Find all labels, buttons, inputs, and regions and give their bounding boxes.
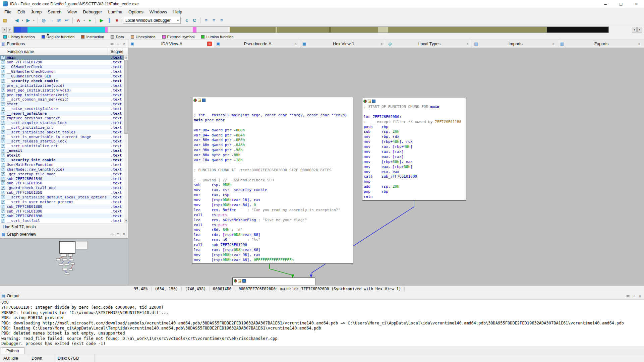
graph-node-join-node[interactable]	[232, 278, 315, 285]
function-row[interactable]: ƒ_onexit.text	[0, 148, 124, 153]
code-line[interactable]: var_A8= qword ptr -0A8h	[194, 143, 351, 148]
dropdown-caret-icon[interactable]: ▾	[82, 19, 86, 22]
function-row[interactable]: ƒpre_cpp_initialization(void).text	[0, 93, 124, 97]
tab-imports[interactable]: ▥Imports×	[472, 40, 558, 48]
node-edit-icon[interactable]	[368, 100, 371, 103]
tab-close-icon[interactable]: ×	[465, 42, 470, 46]
navigation-band[interactable]	[13, 26, 609, 33]
function-row[interactable]: ƒpre_c_initialization(void).text	[0, 83, 124, 88]
function-row[interactable]: ƒ__scrt_initialize_crt.text	[0, 125, 124, 130]
code-line[interactable]: var_B8= dword ptr -0B8h	[194, 128, 351, 133]
function-row[interactable]: ƒsub_7FF7C6E01290.text	[0, 60, 124, 65]
maximize-button[interactable]: □	[613, 0, 629, 8]
code-line[interactable]: var_98= qword ptr -98h	[194, 148, 351, 153]
function-row[interactable]: ƒsub_7FF7C6E01B50.text	[0, 181, 124, 186]
code-line[interactable]: sub rsp, 0D8h	[194, 183, 351, 188]
tab-close-icon[interactable]: ×	[551, 42, 556, 46]
function-row[interactable]: ƒpost_pgo_initialization(void).text	[0, 88, 124, 93]
open-file-icon[interactable]: ▤	[1, 17, 9, 24]
code-line[interactable]: lea rcx, Buffer ; "Can you read my assem…	[194, 208, 351, 213]
menu-item-help[interactable]: Help	[170, 9, 185, 15]
node-edit-icon[interactable]	[238, 279, 241, 283]
graph-node-main-entry[interactable]: ; int __fastcall main(int argc, const ch…	[192, 97, 353, 264]
navigate-forward-icon[interactable]: ▶	[24, 17, 32, 24]
code-line[interactable]: sub rsp, 20h	[364, 129, 464, 134]
node-group-icon[interactable]	[242, 279, 246, 283]
code-line[interactable]: mov eax, [rax]	[364, 155, 464, 160]
function-row[interactable]: ƒatexit.text	[0, 153, 124, 158]
tab-local-types[interactable]: ◎Local Types×	[386, 40, 472, 48]
lumina-icon[interactable]: ●	[86, 17, 94, 24]
graph-overview-minimap[interactable]	[0, 239, 128, 285]
menu-item-jump[interactable]: Jump	[28, 9, 45, 15]
menu-item-view[interactable]: View	[64, 9, 80, 15]
function-row[interactable]: ƒsub_7FF7C6E01B40.text	[0, 176, 124, 181]
menu-item-windows[interactable]: Windows	[147, 9, 170, 15]
tab-close-icon[interactable]: ×	[637, 42, 642, 46]
function-row[interactable]: ƒ__security_check_cookie.text	[0, 78, 124, 83]
code-line[interactable]: call sub_7FF7C6E01290	[194, 243, 351, 248]
code-line[interactable]: mov rax, [rax]	[364, 149, 464, 155]
node-color-icon[interactable]	[193, 99, 197, 102]
navband-scroll-right-icon[interactable]: ▸	[8, 27, 12, 33]
code-line[interactable]: nop	[364, 179, 464, 184]
panel-close-icon[interactable]: ×	[121, 41, 127, 47]
code-line[interactable]: xor rax, rsp	[194, 193, 351, 198]
node-group-icon[interactable]	[372, 100, 375, 103]
code-line[interactable]: ; int __fastcall main(int argc, const ch…	[194, 113, 351, 118]
minimize-button[interactable]: –	[598, 0, 613, 8]
jump-to-address-icon[interactable]: →	[48, 17, 55, 24]
menu-item-lumina[interactable]: Lumina	[105, 9, 125, 15]
code-line[interactable]: call sub_7FF7C6E01000	[364, 174, 464, 179]
panel-close-icon[interactable]: ×	[121, 232, 127, 237]
function-row[interactable]: ƒ__GSHandlerCheckCommon.text	[0, 69, 124, 74]
menu-item-edit[interactable]: Edit	[14, 9, 28, 15]
panel-close-icon[interactable]: ×	[637, 293, 643, 299]
panel-float-icon[interactable]: □	[115, 232, 121, 237]
window-list-icon[interactable]: ≡	[202, 17, 210, 24]
code-line[interactable]: lea rdx, [rsp+0D8h+var_88]	[194, 233, 351, 238]
function-row[interactable]: ƒ__scrt_initialize_default_local_stdio_o…	[0, 195, 124, 200]
code-line[interactable]: mov ecx, eax	[364, 170, 464, 175]
code-line[interactable]: call cs:puts	[194, 213, 351, 218]
function-row[interactable]: ƒ__GSHandlerCheck.text	[0, 65, 124, 69]
navband-scroll-left-icon[interactable]: ◂	[2, 27, 7, 33]
pause-process-icon[interactable]: ∥	[106, 17, 113, 24]
function-row[interactable]: ƒsub_7FF7C6E01B80.text	[0, 204, 124, 209]
navband-zoom-out-icon[interactable]: ◂	[632, 27, 637, 33]
tab-close-icon[interactable]: ×	[207, 42, 212, 46]
function-row[interactable]: ƒmain.text	[0, 55, 124, 60]
code-line[interactable]: mov [rsp+0D8h+var_18], rax	[194, 198, 351, 203]
close-button[interactable]: ×	[629, 0, 644, 8]
jump-xref-icon[interactable]: ⇄	[55, 17, 63, 24]
function-row[interactable]: ƒsub_7FF7C6E01B58.text	[0, 190, 124, 195]
tab-pseudocode-a[interactable]: ▣Pseudocode-A×	[214, 40, 300, 48]
function-row[interactable]: ƒ__scrt_acquire_startup_lock.text	[0, 120, 124, 125]
code-line[interactable]: mov [rsp+0D8h+var_B4], 0	[194, 203, 351, 208]
code-line[interactable]: call cs:puts	[194, 223, 351, 228]
function-row[interactable]: ƒ_get_startup_file_mode.text	[0, 172, 124, 176]
scroll-up-icon[interactable]: ▲	[124, 55, 128, 60]
code-line[interactable]: mov rax, cs:__security_cookie	[194, 188, 351, 193]
panel-minimize-icon[interactable]: ▭	[109, 232, 115, 237]
tab-close-icon[interactable]: ×	[293, 42, 298, 46]
function-row[interactable]: ƒ__security_init_cookie.text	[0, 158, 124, 163]
code-line[interactable]	[194, 173, 351, 178]
code-line[interactable]	[194, 163, 351, 168]
function-row[interactable]: ƒ__GSHandlerCheck_SEH.text	[0, 74, 124, 79]
function-row[interactable]: ƒ__scrt_common_main_seh(void).text	[0, 97, 124, 102]
tab-ida-view-a[interactable]: ▣IDA View-A×	[128, 40, 214, 48]
code-line[interactable]: mov rbp, rdx	[364, 134, 464, 139]
code-line[interactable]: var_88= byte ptr -88h	[194, 153, 351, 158]
function-row[interactable]: ƒcapture_previous_context.text	[0, 116, 124, 121]
minimap-viewport[interactable]	[60, 241, 75, 253]
node-group-icon[interactable]	[202, 99, 206, 102]
names-window-icon[interactable]: ≡	[218, 17, 225, 24]
node-color-icon[interactable]	[234, 279, 237, 283]
segments-window-icon[interactable]: ≡	[210, 17, 218, 24]
tab-hex-view-1[interactable]: ▦Hex View-1×	[300, 40, 386, 48]
make-c-icon[interactable]: C	[191, 17, 198, 24]
stop-process-icon[interactable]: ■	[113, 17, 121, 24]
code-line[interactable]: ; FUNCTION CHUNK AT .text:00007FF7C6E020…	[194, 168, 351, 173]
code-line[interactable]: var_B4= dword ptr -0B4h	[194, 133, 351, 138]
